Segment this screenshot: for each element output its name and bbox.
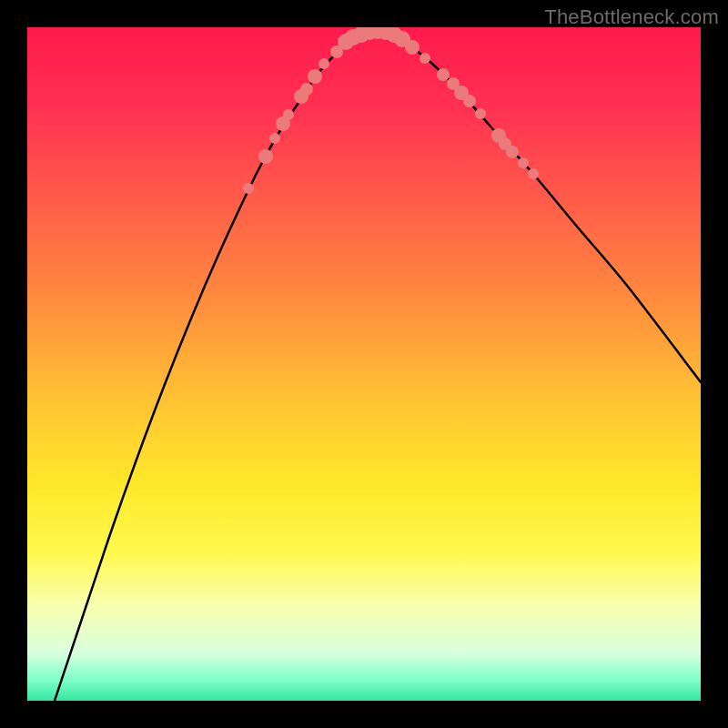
curve-marker xyxy=(243,183,254,194)
curve-marker xyxy=(308,69,322,84)
chart-frame: TheBottleneck.com xyxy=(0,0,728,728)
curve-marker xyxy=(318,58,329,69)
curve-marker xyxy=(518,157,529,168)
curve-marker xyxy=(283,109,294,120)
plot-area xyxy=(27,27,701,701)
curve-marker xyxy=(269,133,280,144)
curve-marker xyxy=(475,108,486,119)
curve-marker xyxy=(258,149,273,164)
gradient-rect xyxy=(27,27,701,701)
curve-marker xyxy=(300,83,313,96)
gradient-layer xyxy=(27,27,701,701)
curve-marker xyxy=(420,53,430,64)
curve-marker xyxy=(463,95,476,107)
curve-marker xyxy=(405,40,420,55)
curve-marker xyxy=(528,168,539,179)
watermark-label: TheBottleneck.com xyxy=(544,5,719,29)
curve-marker xyxy=(506,146,519,158)
